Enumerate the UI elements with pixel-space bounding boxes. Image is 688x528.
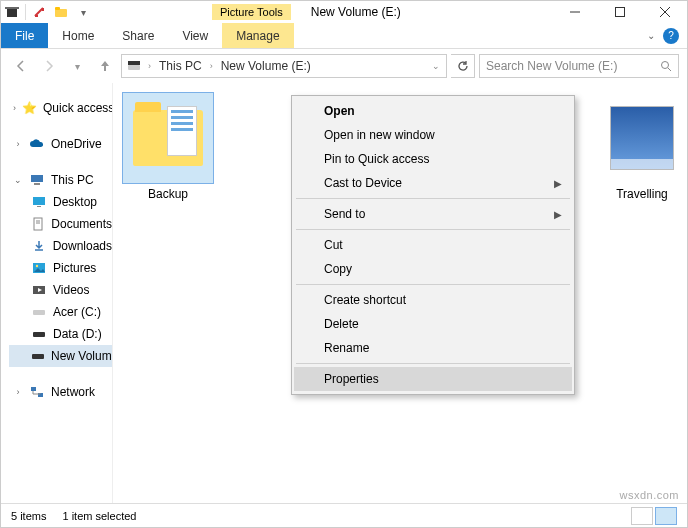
file-tab[interactable]: File [1, 23, 48, 48]
tree-network[interactable]: ›Network [9, 381, 112, 403]
menu-cut[interactable]: Cut [294, 233, 572, 257]
tree-drive-e[interactable]: New Volume (E:) [9, 345, 112, 367]
qat-customize-icon[interactable]: ▾ [72, 1, 94, 23]
menu-divider [296, 198, 570, 199]
maximize-button[interactable] [597, 1, 642, 23]
qat-properties-icon[interactable] [28, 1, 50, 23]
drive-icon [126, 58, 142, 74]
menu-cast-to-device[interactable]: Cast to Device▶ [294, 171, 572, 195]
tab-view[interactable]: View [168, 23, 222, 48]
address-dropdown-icon[interactable]: ⌄ [430, 61, 442, 71]
navigation-pane[interactable]: ›⭐Quick access ›OneDrive ⌄This PC Deskto… [1, 83, 113, 503]
tree-onedrive[interactable]: ›OneDrive [9, 133, 112, 155]
svg-rect-1 [5, 7, 19, 9]
minimize-button[interactable] [552, 1, 597, 23]
documents-icon [31, 216, 45, 232]
svg-line-11 [668, 68, 671, 71]
svg-rect-25 [32, 354, 44, 359]
svg-rect-3 [55, 7, 60, 10]
tree-quick-access[interactable]: ›⭐Quick access [9, 97, 112, 119]
tree-drive-d[interactable]: Data (D:) [9, 323, 112, 345]
folder-icon [133, 110, 203, 166]
tree-desktop[interactable]: Desktop [9, 191, 112, 213]
menu-pin-quick-access[interactable]: Pin to Quick access [294, 147, 572, 171]
folder-backup[interactable]: Backup [123, 93, 213, 201]
app-icon[interactable] [1, 1, 23, 23]
menu-divider [296, 363, 570, 364]
svg-rect-0 [7, 9, 17, 17]
tree-downloads[interactable]: Downloads [9, 235, 112, 257]
svg-rect-26 [31, 387, 36, 391]
svg-rect-13 [34, 183, 40, 185]
desktop-icon [31, 194, 47, 210]
svg-point-21 [36, 265, 38, 267]
drive-icon [31, 304, 47, 320]
menu-create-shortcut[interactable]: Create shortcut [294, 288, 572, 312]
drive-icon [31, 326, 47, 342]
menu-delete[interactable]: Delete [294, 312, 572, 336]
drive-icon [31, 348, 45, 364]
breadcrumb-segment[interactable]: This PC [157, 59, 204, 73]
svg-rect-23 [33, 310, 45, 315]
folder-thumbnail [610, 106, 674, 170]
submenu-arrow-icon: ▶ [554, 178, 562, 189]
star-icon: ⭐ [22, 100, 37, 116]
search-input[interactable]: Search New Volume (E:) [479, 54, 679, 78]
refresh-button[interactable] [451, 54, 475, 78]
recent-locations-icon[interactable]: ▾ [65, 54, 89, 78]
forward-button[interactable] [37, 54, 61, 78]
status-selection: 1 item selected [62, 510, 136, 522]
tree-pictures[interactable]: Pictures [9, 257, 112, 279]
folder-travelling[interactable]: Travelling [597, 93, 687, 201]
tab-share[interactable]: Share [108, 23, 168, 48]
menu-send-to[interactable]: Send to▶ [294, 202, 572, 226]
up-button[interactable] [93, 54, 117, 78]
item-label: Backup [123, 187, 213, 201]
address-bar[interactable]: › This PC › New Volume (E:) ⌄ [121, 54, 447, 78]
close-button[interactable] [642, 1, 687, 23]
menu-divider [296, 284, 570, 285]
tree-documents[interactable]: Documents [9, 213, 112, 235]
svg-rect-5 [615, 8, 624, 17]
menu-properties[interactable]: Properties [294, 367, 572, 391]
view-large-icons-button[interactable] [655, 507, 677, 525]
svg-rect-12 [31, 175, 43, 182]
search-icon[interactable] [660, 60, 672, 72]
window-title: New Volume (E:) [311, 5, 401, 19]
view-details-button[interactable] [631, 507, 653, 525]
contextual-tab-header: Picture Tools [212, 4, 291, 20]
ribbon-collapse-icon[interactable]: ⌄ [647, 30, 655, 41]
tab-manage[interactable]: Manage [222, 23, 293, 48]
svg-rect-9 [128, 61, 140, 65]
tree-videos[interactable]: Videos [9, 279, 112, 301]
svg-rect-16 [34, 218, 42, 230]
videos-icon [31, 282, 47, 298]
menu-open-new-window[interactable]: Open in new window [294, 123, 572, 147]
menu-divider [296, 229, 570, 230]
menu-open[interactable]: Open [294, 99, 572, 123]
menu-rename[interactable]: Rename [294, 336, 572, 360]
pc-icon [29, 172, 45, 188]
svg-point-10 [662, 62, 669, 69]
svg-rect-8 [128, 65, 140, 70]
breadcrumb-segment[interactable]: New Volume (E:) [219, 59, 313, 73]
chevron-right-icon[interactable]: › [146, 61, 153, 71]
context-menu: Open Open in new window Pin to Quick acc… [291, 95, 575, 395]
menu-copy[interactable]: Copy [294, 257, 572, 281]
qat-newfolder-icon[interactable] [50, 1, 72, 23]
back-button[interactable] [9, 54, 33, 78]
help-icon[interactable]: ? [663, 28, 679, 44]
tree-this-pc[interactable]: ⌄This PC [9, 169, 112, 191]
downloads-icon [31, 238, 47, 254]
status-item-count: 5 items [11, 510, 46, 522]
tab-home[interactable]: Home [48, 23, 108, 48]
svg-rect-2 [55, 9, 67, 17]
svg-rect-14 [33, 197, 45, 205]
status-bar: 5 items 1 item selected [1, 503, 687, 527]
cloud-icon [29, 136, 45, 152]
svg-rect-24 [33, 332, 45, 337]
tree-drive-c[interactable]: Acer (C:) [9, 301, 112, 323]
search-placeholder: Search New Volume (E:) [486, 59, 617, 73]
svg-rect-15 [37, 206, 41, 207]
chevron-right-icon[interactable]: › [208, 61, 215, 71]
